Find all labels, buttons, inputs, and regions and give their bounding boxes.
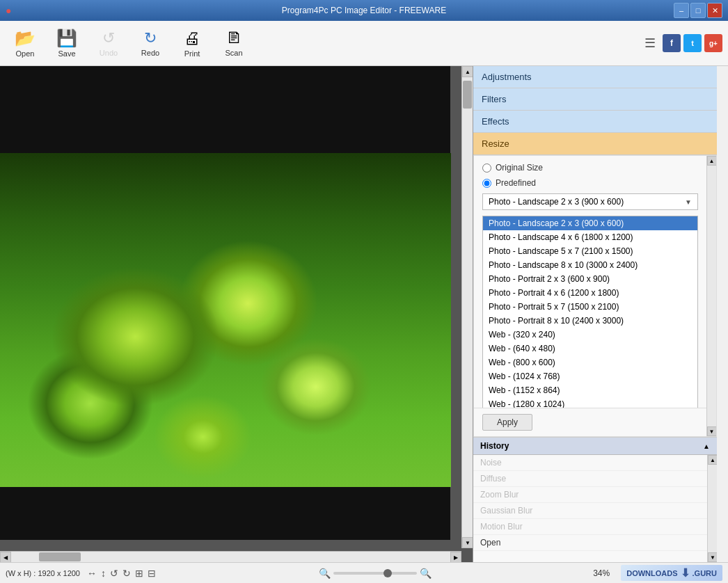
scroll-up-arrow[interactable]: ▲ [462,66,473,77]
history-scroll-track[interactable] [708,465,717,552]
watermark-guru: .GURU [693,569,717,577]
dropdown-item[interactable]: Photo - Landscape 2 x 3 (900 x 600) [483,216,697,230]
history-scroll-up-btn[interactable]: ▲ [708,455,717,465]
dropdown-item[interactable]: Web - (1280 x 1024) [483,397,697,408]
history-item[interactable]: Zoom Blur [473,487,717,503]
rotate-cw-icon[interactable]: ↻ [121,566,132,580]
dropdown-item[interactable]: Web - (320 x 240) [483,328,697,342]
facebook-button[interactable]: f [663,34,681,52]
original-size-row: Original Size [482,163,698,173]
dropdown-item[interactable]: Web - (1024 x 768) [483,369,697,383]
resize-header[interactable]: Resize [473,133,717,155]
history-scroll-down-btn[interactable]: ▼ [708,552,717,562]
history-item[interactable]: Motion Blur [473,519,717,535]
succulent-image [0,153,451,487]
zoom-plus-icon[interactable]: 🔍 [420,568,432,579]
scroll-track-horizontal[interactable] [11,552,450,562]
resize-panel-scrollbar[interactable]: ▲ ▼ [706,156,716,436]
dropdown-item[interactable]: Photo - Landscape 8 x 10 (3000 x 2400) [483,258,697,272]
zoom-minus-icon[interactable]: 🔍 [319,568,331,579]
dropdown-item[interactable]: Photo - Landscape 4 x 6 (1800 x 1200) [483,230,697,244]
restore-button[interactable]: □ [690,3,706,18]
selection-icon[interactable]: ⊟ [146,566,157,580]
save-button[interactable]: 💾 Save [47,24,86,63]
tool-icons: ↔ ↕ ↺ ↻ ⊞ ⊟ [86,566,157,580]
scroll-right-arrow[interactable]: ▶ [450,552,461,562]
selected-option-text: Photo - Landscape 2 x 3 (900 x 600) [489,197,624,207]
open-label: Open [16,49,35,58]
flip-v-icon[interactable]: ↕ [100,566,107,580]
effects-header[interactable]: Effects [473,111,717,133]
zoom-slider-thumb[interactable] [383,569,392,577]
canvas-image [0,153,451,487]
toolbar: 📂 Open 💾 Save ↺ Undo ↻ Redo 🖨 Print 🖹 Sc… [0,21,728,66]
predefined-label[interactable]: Predefined [496,178,536,188]
undo-button: ↺ Undo [89,24,128,63]
scroll-thumb-vertical[interactable] [463,81,472,109]
history-list: NoiseDiffuseZoom BlurGaussian BlurMotion… [473,455,717,562]
minimize-button[interactable]: – [674,3,689,18]
scroll-thumb-horizontal[interactable] [39,552,81,561]
original-size-label[interactable]: Original Size [496,163,543,173]
dropdown-item[interactable]: Web - (640 x 480) [483,342,697,356]
history-item[interactable]: Gaussian Blur [473,503,717,519]
dropdown-item[interactable]: Web - (800 x 600) [483,356,697,369]
right-panel: Adjustments Filters Effects Resize Origi… [473,66,717,562]
canvas-top-padding [0,66,450,153]
dropdown-item[interactable]: Photo - Portrait 5 x 7 (1500 x 2100) [483,300,697,314]
print-icon: 🖨 [184,29,200,48]
dropdown-item[interactable]: Photo - Landscape 5 x 7 (2100 x 1500) [483,244,697,258]
dropdown-item[interactable]: Photo - Portrait 2 x 3 (600 x 900) [483,272,697,286]
menu-icon[interactable]: ☰ [644,35,656,51]
history-panel: History ▲ NoiseDiffuseZoom BlurGaussian … [473,437,717,562]
resize-scroll-track[interactable] [707,166,717,426]
rotate-ccw-icon[interactable]: ↺ [109,566,120,580]
googleplus-button[interactable]: g+ [704,34,722,52]
open-button[interactable]: 📂 Open [6,24,45,63]
dropdown-item[interactable]: Photo - Portrait 8 x 10 (2400 x 3000) [483,314,697,328]
zoom-controls: 🔍 🔍 [163,568,587,579]
predefined-dropdown-list[interactable]: Photo - Landscape 2 x 3 (900 x 600)Photo… [482,216,698,408]
print-button[interactable]: 🖨 Print [173,24,212,63]
scroll-down-arrow[interactable]: ▼ [462,537,473,548]
history-header: History ▲ [473,438,717,455]
apply-button[interactable]: Apply [482,414,532,431]
scan-button[interactable]: 🖹 Scan [214,24,253,63]
open-icon: 📂 [15,29,35,48]
apply-button-row: Apply [474,408,716,436]
grid-icon[interactable]: ⊞ [134,566,145,580]
history-item[interactable]: Noise [473,455,717,471]
canvas-vertical-scrollbar[interactable]: ▲ ▼ [461,66,473,548]
canvas-area[interactable]: ▲ ▼ ◀ ▶ [0,66,473,562]
zoom-slider[interactable] [333,572,417,575]
titlebar-controls: – □ ✕ [674,3,722,18]
predefined-select-wrapper: Photo - Landscape 2 x 3 (900 x 600) ▼ [482,193,698,210]
filters-header[interactable]: Filters [473,88,717,111]
redo-icon: ↻ [144,29,157,47]
original-size-radio[interactable] [482,163,491,173]
canvas-horizontal-scrollbar[interactable]: ◀ ▶ [0,551,461,562]
redo-button[interactable]: ↻ Redo [131,24,170,63]
predefined-select[interactable]: Photo - Landscape 2 x 3 (900 x 600) ▼ [482,193,698,210]
dropdown-item[interactable]: Web - (1152 x 864) [483,383,697,397]
adjustments-header[interactable]: Adjustments [473,66,717,88]
scroll-track-vertical[interactable] [462,77,473,537]
dropdown-item[interactable]: Photo - Portrait 4 x 6 (1200 x 1800) [483,286,697,300]
history-item[interactable]: Diffuse [473,471,717,487]
resize-scroll-down[interactable]: ▼ [707,426,717,436]
close-button[interactable]: ✕ [707,3,722,18]
scroll-left-arrow[interactable]: ◀ [0,552,11,562]
flip-h-icon[interactable]: ↔ [86,566,98,580]
twitter-button[interactable]: t [683,34,702,52]
titlebar: ● Program4Pc PC Image Editor - FREEWARE … [0,0,728,21]
predefined-radio[interactable] [482,179,491,188]
history-scroll-up[interactable]: ▲ [703,442,710,450]
save-label: Save [58,49,75,58]
history-scrollbar[interactable]: ▲ ▼ [707,455,717,562]
history-item[interactable]: Open [473,535,717,551]
undo-icon: ↺ [102,29,115,47]
print-label: Print [184,49,200,58]
resize-scroll-up[interactable]: ▲ [707,156,717,166]
window-title: Program4Pc PC Image Editor - FREEWARE [282,6,446,15]
titlebar-left: ● [6,5,11,16]
